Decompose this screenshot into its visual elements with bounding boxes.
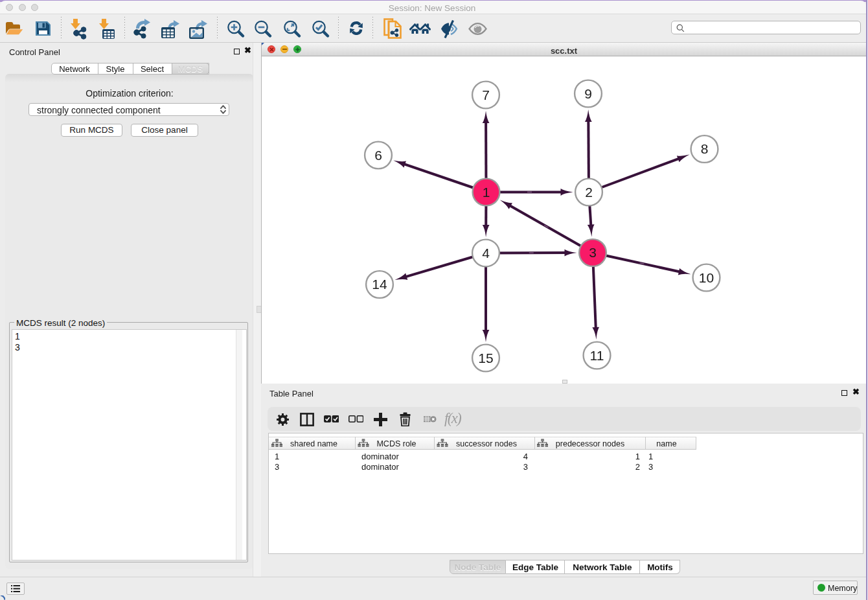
svg-text:4: 4	[482, 246, 490, 260]
svg-text:8: 8	[701, 141, 709, 156]
svg-text:14: 14	[372, 277, 387, 292]
svg-text:2: 2	[585, 185, 593, 200]
svg-text:11: 11	[590, 348, 604, 363]
svg-text:6: 6	[374, 148, 382, 163]
svg-text:15: 15	[478, 351, 493, 365]
svg-text:7: 7	[482, 87, 490, 102]
svg-text:1: 1	[483, 185, 490, 200]
svg-text:3: 3	[589, 245, 597, 260]
svg-text:10: 10	[699, 270, 714, 285]
svg-text:9: 9	[584, 86, 592, 101]
